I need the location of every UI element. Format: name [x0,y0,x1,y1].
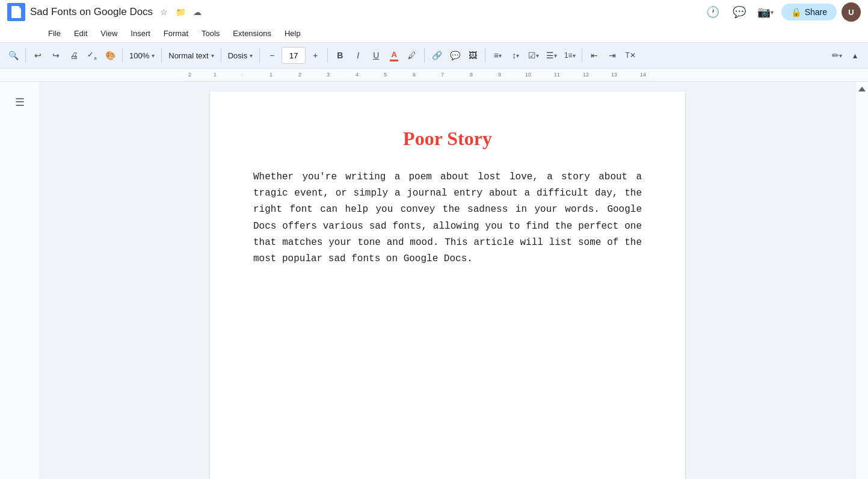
document-body-text[interactable]: Whether you're writing a poem about lost… [253,169,642,267]
line-spacing-icon: ↕ [512,51,516,60]
comments-button[interactable]: 💬 [728,1,750,23]
numbered-list-icon: 1≡ [564,51,573,60]
divider-7 [424,48,425,63]
document-title[interactable]: Sad Fonts on Google Docs [30,6,153,18]
svg-text:9: 9 [498,72,501,78]
italic-button[interactable]: I [349,47,366,64]
paintformat-icon: 🎨 [105,51,115,60]
style-value: Normal text [168,51,208,60]
text-color-button[interactable]: A [386,47,402,64]
folder-icon[interactable]: 📁 [174,6,186,18]
style-dropdown-arrow: ▾ [211,52,214,59]
font-size-decrease-button[interactable]: − [263,47,280,64]
header-right: 🕐 💬 📷▾ 🔒 Share U [702,1,861,23]
font-select[interactable]: Dosis ▾ [225,47,256,64]
menu-view[interactable]: View [94,26,123,40]
main-area: ☰ Poor Story Whether you're writing a po… [0,82,868,479]
svg-text:10: 10 [525,72,531,78]
collapse-toolbar-button[interactable]: ▴ [846,47,863,64]
spellcheck-button[interactable]: ✓a [84,47,100,64]
align-button[interactable]: ≡ ▾ [489,47,506,64]
checklist-icon: ☑ [528,51,536,60]
clear-formatting-button[interactable]: T✕ [622,47,639,64]
numbered-list-button[interactable]: 1≡ ▾ [561,47,578,64]
print-icon: 🖨 [70,51,78,60]
print-button[interactable]: 🖨 [66,47,82,64]
font-value: Dosis [228,51,248,60]
menu-tools[interactable]: Tools [195,26,226,40]
svg-text:14: 14 [640,72,646,78]
sidebar: ☰ [0,82,39,479]
document-page: Poor Story Whether you're writing a poem… [210,91,685,479]
star-icon[interactable]: ☆ [158,6,170,18]
divider-2 [122,48,123,63]
zoom-select[interactable]: 100% ▾ [126,47,158,64]
font-size-increase-button[interactable]: + [307,47,324,64]
bold-button[interactable]: B [331,47,348,64]
zoom-value: 100% [129,51,149,60]
bullet-dropdown-arrow: ▾ [554,52,557,59]
divider-3 [161,48,162,63]
svg-text:12: 12 [583,72,589,78]
divider-4 [221,48,221,63]
menu-insert[interactable]: Insert [125,26,156,40]
svg-text:4: 4 [356,72,359,78]
line-spacing-button[interactable]: ↕ ▾ [507,47,524,64]
style-select[interactable]: Normal text ▾ [165,47,217,64]
collapse-icon: ▴ [853,51,857,60]
indent-decrease-button[interactable]: ⇤ [586,47,603,64]
comment-icon: 💬 [450,51,460,60]
ruler: 2 1 · 1 2 3 4 5 6 7 8 9 10 11 12 13 14 [0,69,868,82]
share-button[interactable]: 🔒 Share [781,4,837,20]
undo-button[interactable] [29,47,46,64]
comment-button[interactable]: 💬 [446,47,463,64]
menu-format[interactable]: Format [158,26,194,40]
indent-decrease-icon: ⇤ [591,51,598,60]
svg-text:7: 7 [441,72,444,78]
linespace-dropdown-arrow: ▾ [516,52,519,59]
indent-increase-button[interactable]: ⇥ [604,47,621,64]
menu-extensions[interactable]: Extensions [227,26,277,40]
paintformat-button[interactable]: 🎨 [102,47,119,64]
divider-9 [582,48,582,63]
document-area[interactable]: Poor Story Whether you're writing a poem… [39,82,856,479]
collapse-panel-button[interactable] [858,87,866,91]
video-button[interactable]: 📷▾ [755,1,777,23]
user-avatar[interactable]: U [842,2,861,22]
image-button[interactable]: 🖼 [464,47,481,64]
italic-icon: I [357,51,359,60]
zoom-dropdown-arrow: ▾ [152,52,155,59]
bullet-list-icon: ☰ [546,51,554,60]
spellcheck-icon: ✓a [87,50,96,61]
edit-mode-button[interactable]: ✏ ▾ [828,47,845,64]
font-size-input[interactable]: 17 [282,47,306,64]
menu-edit[interactable]: Edit [68,26,93,40]
outline-button[interactable]: ☰ [9,91,31,113]
menu-file[interactable]: File [42,26,67,40]
menu-help[interactable]: Help [279,26,307,40]
toolbar: 🔍 🖨 ✓a 🎨 100% ▾ Normal text ▾ Dosis ▾ − … [0,42,868,69]
link-button[interactable]: 🔗 [428,47,445,64]
numbered-dropdown-arrow: ▾ [573,52,576,59]
divider-1 [25,48,26,63]
svg-text:6: 6 [413,72,416,78]
underline-button[interactable]: U [368,47,384,64]
highlight-icon: 🖊 [408,51,416,60]
checklist-button[interactable]: ☑ ▾ [525,47,542,64]
bullet-list-button[interactable]: ☰ ▾ [543,47,560,64]
image-icon: 🖼 [469,51,477,60]
document-title-text: Poor Story [253,128,642,150]
search-button[interactable]: 🔍 [5,47,22,64]
highlight-color-button[interactable]: 🖊 [404,47,420,64]
redo-button[interactable] [48,47,64,64]
divider-8 [485,48,485,63]
cloud-saved-icon[interactable]: ☁ [191,6,203,18]
checklist-dropdown-arrow: ▾ [536,52,539,59]
svg-text:2: 2 [188,72,191,78]
link-icon: 🔗 [432,51,442,60]
svg-text:5: 5 [384,72,387,78]
underline-icon: U [373,51,379,60]
outline-icon: ☰ [15,96,25,109]
history-button[interactable]: 🕐 [702,1,724,23]
font-dropdown-arrow: ▾ [250,52,253,59]
